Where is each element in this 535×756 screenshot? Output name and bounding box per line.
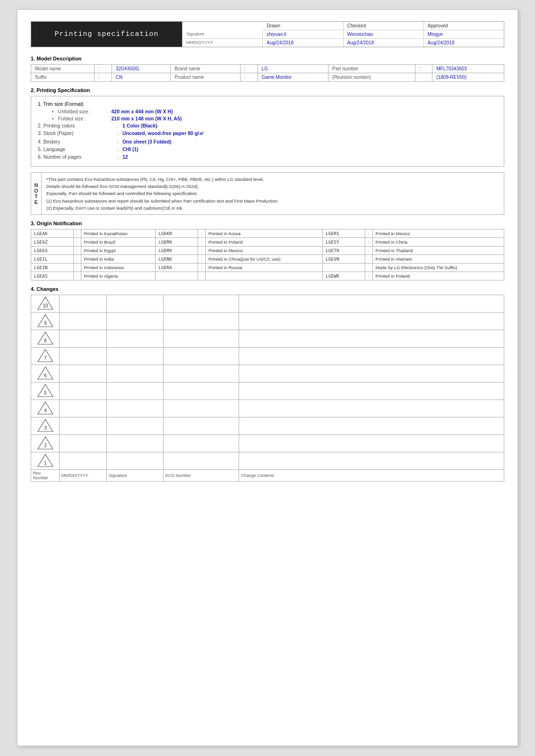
contents-cell-4	[239, 399, 504, 417]
bindery-value: One sheet (3 Folded)	[122, 139, 172, 144]
unfolded-label: Unfolded size :	[58, 109, 110, 114]
note-side: N O T E	[31, 173, 42, 214]
o5-c3: LGEWR	[323, 272, 365, 280]
triangle-icon-2: 2	[37, 436, 53, 450]
eco-cell-9	[164, 312, 239, 330]
contents-cell-5	[239, 382, 504, 399]
spec-box: 1. Trim size (Format) • Unfolded size : …	[31, 96, 504, 167]
changes-row-1: 1	[31, 452, 504, 469]
brand-name-value: LG	[258, 65, 328, 73]
o1-c2: LGEMA	[155, 238, 198, 246]
o4-c1: LGEIN	[31, 263, 74, 272]
language-label: 5. Language	[38, 146, 113, 152]
colon-l: :	[117, 146, 119, 152]
date-cell-7	[60, 347, 107, 365]
rev-cell-7: 7	[31, 347, 60, 365]
o4-v1: Printed in Indonesia	[81, 263, 155, 272]
suffix-label: Suffix	[31, 73, 95, 82]
o4-v3: Made by LG Electronics (Only TW Suffix)	[372, 263, 504, 272]
eco-cell-8	[164, 330, 239, 347]
rev-cell-4: 4	[31, 399, 60, 417]
note-content: *This part contains Eco-hazardous substa…	[42, 173, 504, 214]
svg-text:8: 8	[44, 338, 47, 343]
o2-v2: Printed in Mexico	[205, 246, 322, 255]
eco-cell-3	[164, 417, 239, 434]
o1-s1: :	[73, 238, 81, 246]
o1-v3: Printed in China	[372, 238, 504, 246]
footer-contents: Change Contents	[239, 469, 504, 481]
o3-v3: Printed in Vietnam	[372, 255, 504, 263]
o5-v2	[205, 272, 322, 280]
drawn-date: Aug/24/2018	[263, 39, 343, 47]
o2-s2: :	[198, 246, 206, 255]
part-number-value: MFL70343603	[432, 65, 504, 73]
note-line-0: *This part contains Eco-hazardous substa…	[46, 176, 499, 183]
date-cell-8	[60, 330, 107, 347]
product-name-label: Product name	[171, 73, 240, 82]
o1-c1: LGEAZ	[31, 238, 74, 246]
date-cell-6	[60, 365, 107, 382]
sig-cell-6	[107, 365, 164, 382]
svg-text:10: 10	[43, 303, 48, 308]
o1-v2: Printed in Poland	[205, 238, 322, 246]
svg-text:3: 3	[44, 425, 47, 431]
o4-v2: Printed in Russia	[205, 263, 322, 272]
note-line-2: Especially, Part should be followed and …	[46, 190, 499, 197]
section1-title: 1. Model Description	[31, 56, 504, 61]
part-number-label: Part number	[328, 65, 415, 73]
folded-label: Folded size :	[58, 116, 110, 121]
footer-rev: Rev. Number	[31, 469, 60, 481]
num-pages-value: 12	[122, 154, 128, 160]
note-box: N O T E *This part contains Eco-hazardou…	[31, 172, 504, 215]
changes-row-8: 8	[31, 330, 504, 347]
sig-cell-2	[107, 434, 164, 452]
trim-size-row: 1. Trim size (Format)	[38, 101, 497, 107]
origin-table: LGEAK : Printed in Kazakhstan LGEKR : Pr…	[31, 229, 504, 280]
drawn-signature: zhiyuan.li	[263, 30, 343, 38]
date-cell-2	[60, 434, 107, 452]
eco-cell-5	[164, 382, 239, 399]
changes-row-6: 6	[31, 365, 504, 382]
o0-c2: LGEKR	[155, 229, 198, 238]
approved-signature: Mingye	[424, 30, 504, 38]
header-col-labels: Drawn Checked Approved	[182, 22, 504, 30]
eco-cell-10	[164, 295, 239, 312]
sig-cell-10	[107, 295, 164, 312]
language-row: 5. Language : CHI (1)	[38, 146, 497, 152]
note-e: E	[35, 199, 38, 205]
origin-row-4: LGEIN : Printed in Indonesia LGERA : Pri…	[31, 263, 504, 272]
colon5: :	[240, 73, 258, 82]
drawn-col: Drawn	[263, 22, 343, 30]
o1-s3: :	[365, 238, 372, 246]
folded-size-row: • Folded size : 210 mm x 148 mm (W X H, …	[52, 116, 497, 121]
svg-text:5: 5	[44, 391, 47, 396]
o4-s1: :	[73, 263, 81, 272]
o0-s3: :	[365, 229, 372, 238]
num-pages-label: 6. Number of pages	[38, 154, 113, 160]
colon4: :	[94, 73, 112, 82]
origin-row-0: LGEAK : Printed in Kazakhstan LGEKR : Pr…	[31, 229, 504, 238]
o5-v1: Printed in Algeria	[81, 272, 155, 280]
colon3: :	[415, 65, 432, 73]
changes-table: 10 9 8 7	[31, 295, 504, 482]
sig-cell-3	[107, 417, 164, 434]
origin-row-2: LGEEG : Printed in Egypt LGEMX : Printed…	[31, 246, 504, 255]
changes-row-5: 5	[31, 382, 504, 399]
bindery-row: 4. Bindery : One sheet (3 Folded)	[38, 139, 497, 144]
sig-cell-1	[107, 452, 164, 469]
o4-s2: :	[198, 263, 206, 272]
rev-cell-8: 8	[31, 330, 60, 347]
note-n: N	[35, 182, 38, 188]
note-t: T	[35, 194, 38, 199]
eco-cell-6	[164, 365, 239, 382]
origin-row-3: LGEIL : Printed in India LGEND : Printed…	[31, 255, 504, 263]
o5-s1: :	[73, 272, 81, 280]
header-signature-row: Signature zhiyuan.li Wenxiuchao Mingye	[182, 30, 504, 39]
triangle-icon-6: 6	[37, 366, 53, 380]
suffix-value: CN	[112, 73, 171, 82]
trim-size-num: 1. Trim size (Format)	[38, 101, 84, 107]
triangle-icon-9: 9	[37, 314, 53, 328]
triangle-icon-3: 3	[37, 418, 53, 433]
brand-name-label: Brand name	[171, 65, 240, 73]
eco-cell-1	[164, 452, 239, 469]
